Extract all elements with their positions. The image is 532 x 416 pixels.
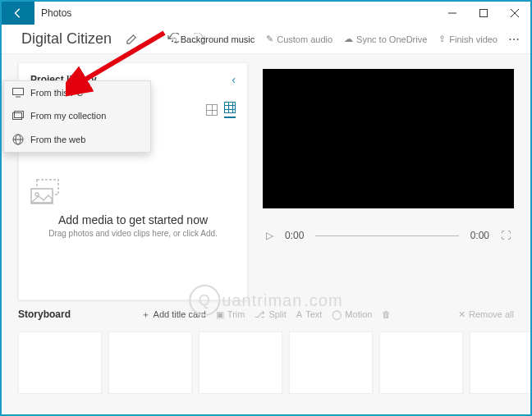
current-time: 0:00 bbox=[285, 230, 304, 241]
clip-slot[interactable] bbox=[199, 331, 282, 394]
export-icon: ⇪ bbox=[438, 34, 446, 44]
project-name[interactable]: Digital Citizen bbox=[21, 30, 112, 48]
delete-button: 🗑 bbox=[382, 309, 391, 321]
text-label: Text bbox=[305, 309, 322, 319]
add-title-card-button[interactable]: ＋ Add title card bbox=[141, 309, 206, 321]
player-controls: ▷ 0:00 0:00 ⛶ bbox=[263, 230, 514, 241]
plus-icon: ＋ bbox=[141, 309, 150, 321]
split-label: Split bbox=[268, 309, 286, 319]
clip-slot[interactable] bbox=[470, 331, 530, 394]
empty-subtitle: Drag photos and video clips here, or cli… bbox=[30, 229, 236, 238]
clip-slot[interactable] bbox=[379, 331, 463, 394]
clip-slot[interactable] bbox=[18, 331, 102, 394]
view-large-grid-icon[interactable] bbox=[206, 104, 218, 116]
trash-icon: 🗑 bbox=[382, 309, 391, 319]
close-icon: ✕ bbox=[458, 309, 466, 320]
background-music-button[interactable]: ♫ Background music bbox=[165, 31, 259, 48]
svg-rect-6 bbox=[13, 89, 24, 95]
motion-icon: ◯ bbox=[332, 309, 342, 320]
more-button[interactable]: ⋯ bbox=[504, 33, 524, 46]
video-preview[interactable] bbox=[263, 69, 514, 208]
finish-video-button[interactable]: ⇪ Finish video bbox=[433, 30, 502, 48]
title-bar: Photos bbox=[2, 2, 530, 25]
web-icon bbox=[12, 134, 24, 145]
empty-title: Add media to get started now bbox=[30, 213, 236, 226]
media-placeholder-icon bbox=[30, 179, 66, 207]
window-controls bbox=[437, 2, 530, 25]
fullscreen-icon[interactable]: ⛶ bbox=[501, 230, 511, 241]
play-button[interactable]: ▷ bbox=[266, 230, 273, 241]
rename-icon[interactable] bbox=[120, 33, 143, 45]
clip-slot[interactable] bbox=[108, 331, 192, 394]
motion-button: ◯Motion bbox=[332, 309, 372, 321]
trim-button: ▣Trim bbox=[216, 309, 245, 321]
collection-icon bbox=[12, 111, 24, 121]
trim-label: Trim bbox=[227, 309, 245, 319]
text-button: AText bbox=[296, 309, 323, 321]
from-web-label: From the web bbox=[30, 135, 85, 144]
trim-icon: ▣ bbox=[216, 309, 224, 320]
total-time: 0:00 bbox=[470, 230, 489, 241]
app-title: Photos bbox=[34, 7, 71, 19]
storyboard-title: Storyboard bbox=[18, 309, 71, 320]
audio-icon: ✎ bbox=[266, 34, 273, 44]
add-dropdown-menu: From this PC From my collection From the… bbox=[3, 80, 151, 153]
split-icon: ⎇ bbox=[255, 309, 265, 320]
cloud-icon: ☁ bbox=[344, 34, 353, 44]
from-pc-label: From this PC bbox=[30, 88, 83, 98]
maximize-button[interactable] bbox=[468, 2, 499, 25]
from-collection-label: From my collection bbox=[30, 111, 106, 121]
storyboard-clips bbox=[2, 320, 530, 394]
music-icon: ♫ bbox=[170, 34, 177, 44]
storyboard-header: Storyboard ＋ Add title card ▣Trim ⎇Split… bbox=[2, 300, 530, 320]
collapse-library-icon[interactable]: ‹ bbox=[232, 73, 236, 86]
view-small-grid-icon[interactable] bbox=[224, 102, 236, 113]
minimize-button[interactable] bbox=[437, 2, 468, 25]
custom-audio-label: Custom audio bbox=[277, 34, 332, 44]
preview-panel: ▷ 0:00 0:00 ⛶ bbox=[263, 62, 514, 300]
text-icon: A bbox=[296, 309, 302, 319]
close-button[interactable] bbox=[499, 2, 530, 25]
sync-button[interactable]: ☁ Sync to OneDrive bbox=[339, 30, 432, 48]
split-button: ⎇Split bbox=[255, 309, 286, 321]
main-toolbar: Digital Citizen ♫ Background music ✎ Cus… bbox=[2, 25, 530, 54]
bg-music-label: Background music bbox=[181, 34, 255, 44]
from-collection-item[interactable]: From my collection bbox=[4, 104, 150, 127]
library-empty-state: Add media to get started now Drag photos… bbox=[30, 179, 236, 238]
seek-track[interactable] bbox=[315, 235, 458, 236]
remove-all-label: Remove all bbox=[469, 309, 514, 319]
remove-all-button[interactable]: ✕ Remove all bbox=[458, 309, 514, 320]
sync-label: Sync to OneDrive bbox=[356, 34, 427, 44]
finish-label: Finish video bbox=[449, 34, 498, 44]
pc-icon bbox=[12, 88, 24, 98]
view-switcher bbox=[206, 102, 236, 118]
motion-label: Motion bbox=[345, 309, 372, 319]
custom-audio-button[interactable]: ✎ Custom audio bbox=[261, 30, 337, 48]
add-title-card-label: Add title card bbox=[154, 309, 206, 319]
from-web-item[interactable]: From the web bbox=[4, 127, 150, 152]
from-this-pc-item[interactable]: From this PC bbox=[4, 81, 150, 104]
clip-slot[interactable] bbox=[289, 331, 373, 394]
svg-rect-1 bbox=[480, 10, 488, 17]
back-button[interactable] bbox=[2, 2, 34, 25]
